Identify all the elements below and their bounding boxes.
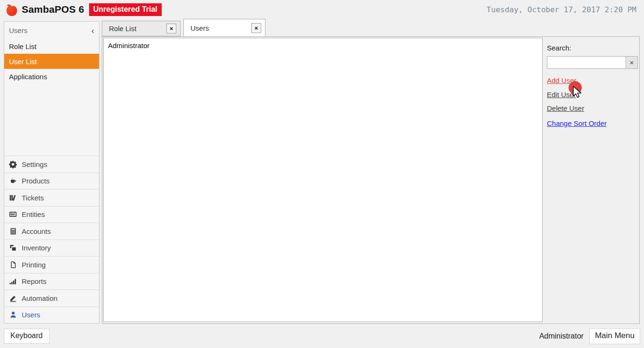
sidebar-item-label: Settings xyxy=(22,160,47,168)
sidebar-item-automation[interactable]: Automation xyxy=(4,290,99,307)
sidebar: Users ‹ Role List User List Applications… xyxy=(4,21,99,323)
sidebar-item-products[interactable]: Products xyxy=(4,173,99,190)
search-label: Search: xyxy=(547,44,639,52)
sidebar-item-inventory[interactable]: Inventory xyxy=(4,240,99,257)
tab-label: Role List xyxy=(109,25,136,33)
sidebar-item-label: Reports xyxy=(22,277,47,285)
sidebar-item-role-list[interactable]: Role List xyxy=(4,39,99,54)
tab-role-list[interactable]: Role List × xyxy=(102,21,181,36)
app-title: SambaPOS 6 xyxy=(22,4,84,15)
datetime-label: Tuesday, October 17, 2017 2:20 PM xyxy=(487,5,636,14)
sidebar-item-tickets[interactable]: Tickets xyxy=(4,189,99,206)
sidebar-item-label: Products xyxy=(22,177,50,185)
sidebar-item-label: Applications xyxy=(9,73,47,81)
sidebar-item-label: Inventory xyxy=(22,244,51,252)
top-bar: SambaPOS 6 Unregistered Trial Tuesday, O… xyxy=(0,0,644,19)
action-links: Add User Edit User Delete User Change So… xyxy=(547,76,639,133)
sidebar-item-label: Tickets xyxy=(22,194,44,202)
sidebar-item-user-list[interactable]: User List xyxy=(4,54,99,69)
close-icon[interactable]: × xyxy=(166,24,176,33)
delete-user-link[interactable]: Delete User xyxy=(547,104,584,112)
sidebar-item-label: Entities xyxy=(22,210,45,218)
sidebar-item-users[interactable]: Users xyxy=(4,307,99,323)
sidebar-item-settings[interactable]: Settings xyxy=(4,156,99,173)
calculator-icon xyxy=(8,227,17,235)
footer-right: Administrator Main Menu xyxy=(539,328,644,344)
sidebar-item-reports[interactable]: Reports xyxy=(4,273,99,290)
sidebar-modules: Settings Products Tickets Entities Accou… xyxy=(4,156,99,323)
document-icon xyxy=(8,261,17,269)
tab-strip: Role List × Users × xyxy=(102,19,265,36)
logged-in-user-label: Administrator xyxy=(539,332,584,340)
sidebar-item-label: Printing xyxy=(22,261,46,269)
actions-panel: Search: × Add User Edit User Delete User… xyxy=(547,37,639,133)
search-input[interactable] xyxy=(547,57,626,68)
tab-users[interactable]: Users × xyxy=(183,19,265,36)
sambapos-logo-icon xyxy=(5,2,19,17)
user-list[interactable]: Administrator xyxy=(103,38,543,322)
person-icon xyxy=(8,311,17,319)
edit-user-link[interactable]: Edit User xyxy=(547,91,576,99)
barcode-icon xyxy=(8,210,17,218)
clear-search-icon[interactable]: × xyxy=(626,57,637,68)
tab-label: Users xyxy=(190,24,209,32)
content-panel: Administrator Search: × Add User Edit Us… xyxy=(102,36,640,324)
sidebar-item-accounts[interactable]: Accounts xyxy=(4,223,99,240)
sidebar-item-label: Role List xyxy=(9,42,36,50)
search-box: × xyxy=(547,56,638,69)
coffee-cup-icon xyxy=(8,177,17,185)
sidebar-item-entities[interactable]: Entities xyxy=(4,206,99,223)
main-menu-button[interactable]: Main Menu xyxy=(589,328,640,344)
sidebar-header-label: Users xyxy=(9,26,27,34)
keyboard-button[interactable]: Keyboard xyxy=(4,329,50,344)
sidebar-item-label: Users xyxy=(22,311,40,319)
change-sort-order-link[interactable]: Change Sort Order xyxy=(547,119,607,127)
sidebar-item-printing[interactable]: Printing xyxy=(4,256,99,273)
sidebar-header: Users ‹ xyxy=(4,22,99,39)
pencil-icon xyxy=(8,294,17,302)
sidebar-item-label: Automation xyxy=(22,294,58,302)
sidebar-item-label: Accounts xyxy=(22,227,51,235)
trial-badge: Unregistered Trial xyxy=(89,3,162,16)
gear-icon xyxy=(8,160,17,168)
books-icon xyxy=(8,194,17,202)
layers-icon xyxy=(8,244,17,252)
footer-bar: Keyboard Administrator Main Menu xyxy=(0,324,644,348)
add-user-link[interactable]: Add User xyxy=(547,76,577,84)
bar-chart-icon xyxy=(8,277,17,285)
sidebar-item-label: User List xyxy=(9,58,37,66)
close-icon[interactable]: × xyxy=(251,23,261,33)
collapse-chevron-icon[interactable]: ‹ xyxy=(91,26,94,35)
sidebar-item-applications[interactable]: Applications xyxy=(4,69,99,84)
list-item[interactable]: Administrator xyxy=(104,38,542,53)
